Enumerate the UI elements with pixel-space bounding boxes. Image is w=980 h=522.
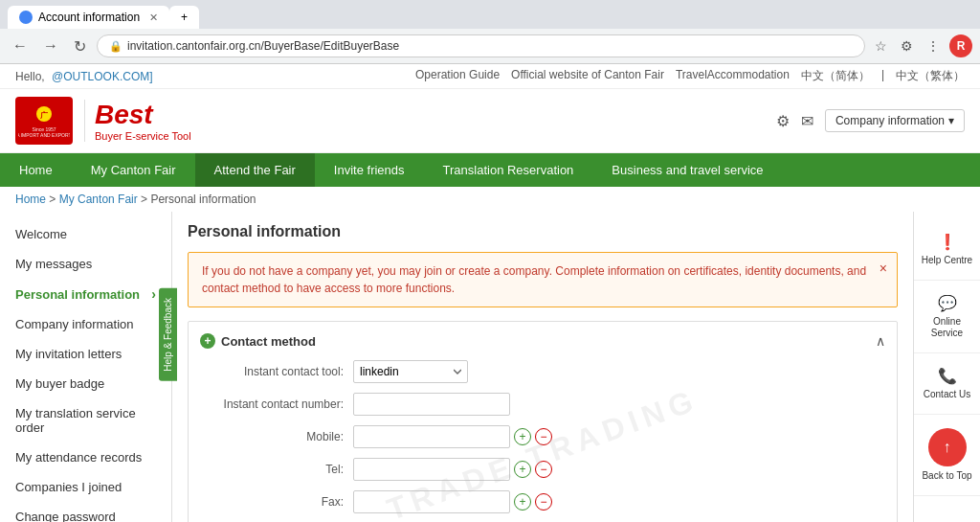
sidebar-item-company-info[interactable]: Company information <box>0 309 171 339</box>
top-info-bar: Hello, @OUTLOOK.COM] Operation Guide Off… <box>0 64 980 89</box>
travel-link[interactable]: TravelAccommodation <box>676 68 790 84</box>
lock-icon: 🔒 <box>109 40 122 53</box>
site-header: 广 CHINA IMPORT AND EXPORT FAIR Since 195… <box>0 89 980 153</box>
fax-input[interactable] <box>353 490 510 513</box>
nav-my-canton-fair[interactable]: My Canton Fair <box>72 153 195 187</box>
sidebar-label-buyer-badge: My buyer badge <box>15 376 104 391</box>
sidebar-item-welcome[interactable]: Welcome <box>0 219 171 249</box>
tab-title: Account information <box>38 11 140 24</box>
tel-remove-button[interactable]: − <box>535 461 552 478</box>
sidebar-item-attendance[interactable]: My attendance records <box>0 443 171 472</box>
tab-bar: Account information ✕ + <box>8 6 972 29</box>
contact-number-input[interactable] <box>353 393 510 416</box>
section-add-icon[interactable]: + <box>200 333 215 349</box>
sidebar-item-personal-info[interactable]: Personal information › <box>0 279 171 309</box>
sidebar-item-change-password[interactable]: Change password <box>0 502 171 522</box>
fax-remove-button[interactable]: − <box>535 493 552 511</box>
online-service-label: Online Service <box>920 316 974 339</box>
sidebar-label-welcome: Welcome <box>15 227 67 241</box>
section-toggle-icon[interactable]: ∧ <box>876 333 885 349</box>
company-info-button[interactable]: Company information ▾ <box>825 109 965 132</box>
help-feedback-tab[interactable]: Help & Feedback <box>159 288 177 381</box>
online-service-icon: 💬 <box>938 294 957 312</box>
contact-number-field <box>353 393 510 416</box>
company-info-label: Company information <box>835 114 945 127</box>
contact-number-row: Instant contact number: <box>200 393 885 416</box>
svg-text:CHINA IMPORT AND EXPORT FAIR: CHINA IMPORT AND EXPORT FAIR <box>18 132 70 138</box>
back-button[interactable]: ← <box>8 35 33 57</box>
url-bar[interactable]: 🔒 invitation.cantonfair.org.cn/BuyerBase… <box>97 34 865 57</box>
section-title-text: Contact method <box>221 334 316 349</box>
tel-add-button[interactable]: + <box>514 461 531 478</box>
top-links: Operation Guide Official website of Cant… <box>415 68 965 84</box>
sidebar-label-messages: My messages <box>15 257 92 271</box>
profile-avatar[interactable]: R <box>949 34 972 57</box>
forward-button[interactable]: → <box>38 35 63 57</box>
tel-input[interactable] <box>353 458 510 481</box>
section-header[interactable]: + Contact method ∧ <box>200 333 885 349</box>
header-actions: ⚙ ✉ Company information ▾ <box>776 109 965 132</box>
right-panel: ❗ Help Centre 💬 Online Service 📞 Contact… <box>913 212 980 522</box>
contact-label: Contact Us <box>924 389 970 400</box>
mobile-input[interactable] <box>353 425 510 448</box>
bookmark-icon[interactable]: ☆ <box>871 36 891 56</box>
breadcrumb: Home > My Canton Fair > Personal informa… <box>0 187 980 212</box>
breadcrumb-canton[interactable]: My Canton Fair <box>59 193 138 206</box>
help-feedback-label: Help & Feedback <box>163 298 173 372</box>
best-logo-subtitle: Buyer E-service Tool <box>95 130 191 142</box>
nav-attend-fair[interactable]: Attend the Fair <box>195 153 315 187</box>
main-layout: Welcome My messages Personal information… <box>0 212 980 522</box>
help-label: Help Centre <box>922 255 972 266</box>
nav-translation[interactable]: Translation Reservation <box>424 153 593 187</box>
back-top-icon: ↑ <box>928 428 967 466</box>
user-email: @OUTLOOK.COM] <box>52 70 153 83</box>
url-text: invitation.cantonfair.org.cn/BuyerBase/E… <box>127 39 399 53</box>
page-title: Personal information <box>188 223 898 240</box>
back-top-label: Back to Top <box>922 470 971 482</box>
fax-add-button[interactable]: + <box>514 493 531 511</box>
sidebar-label-attendance: My attendance records <box>15 450 142 465</box>
lang-simplified[interactable]: 中文（简体） <box>801 68 870 84</box>
official-website-link[interactable]: Official website of Canton Fair <box>511 68 664 84</box>
main-nav: Home My Canton Fair Attend the Fair Invi… <box>0 153 980 187</box>
mobile-remove-button[interactable]: − <box>535 428 552 445</box>
contact-tool-field: linkedin Skype WhatsApp WeChat QQ <box>353 360 468 383</box>
sidebar-label-companies-joined: Companies I joined <box>15 480 122 494</box>
breadcrumb-home[interactable]: Home <box>15 193 46 206</box>
fax-row: Fax: + − <box>200 490 885 513</box>
nav-invite-friends[interactable]: Invite friends <box>315 153 424 187</box>
contact-method-section: + Contact method ∧ Instant contact tool:… <box>188 321 898 522</box>
mobile-add-button[interactable]: + <box>514 428 531 445</box>
browser-toolbar: ← → ↻ 🔒 invitation.cantonfair.org.cn/Buy… <box>0 29 980 64</box>
settings-icon[interactable]: ⚙ <box>776 112 790 130</box>
right-panel-contact[interactable]: 📞 Contact Us <box>914 353 980 415</box>
contact-tool-row: Instant contact tool: linkedin Skype Wha… <box>200 360 885 383</box>
nav-home[interactable]: Home <box>0 153 72 187</box>
sidebar-item-translation-order[interactable]: My translation service order <box>0 398 171 443</box>
contact-tool-label: Instant contact tool: <box>200 365 353 378</box>
lang-traditional[interactable]: 中文（繁体） <box>896 68 965 84</box>
tab-close-button[interactable]: ✕ <box>149 11 158 24</box>
nav-business-travel[interactable]: Business and travel service <box>592 153 782 187</box>
menu-icon[interactable]: ⋮ <box>923 36 944 56</box>
reload-button[interactable]: ↻ <box>69 35 91 57</box>
new-tab-button[interactable]: + <box>169 6 199 29</box>
right-panel-back-top[interactable]: ↑ Back to Top <box>914 415 980 496</box>
sidebar-item-companies-joined[interactable]: Companies I joined <box>0 472 171 502</box>
contact-tool-select[interactable]: linkedin Skype WhatsApp WeChat QQ <box>353 360 468 383</box>
sidebar-label-change-password: Change password <box>15 510 116 522</box>
canton-fair-logo: 广 CHINA IMPORT AND EXPORT FAIR Since 195… <box>15 97 73 145</box>
browser-actions: ☆ ⚙ ⋮ R <box>871 34 972 57</box>
right-panel-online-service[interactable]: 💬 Online Service <box>914 281 980 353</box>
operation-guide-link[interactable]: Operation Guide <box>415 68 500 84</box>
extensions-icon[interactable]: ⚙ <box>897 36 917 56</box>
alert-close-button[interactable]: × <box>880 261 887 276</box>
active-tab[interactable]: Account information ✕ <box>8 6 169 29</box>
greeting-area: Hello, @OUTLOOK.COM] <box>15 70 153 83</box>
sidebar-item-invitation-letters[interactable]: My invitation letters <box>0 339 171 369</box>
messages-icon[interactable]: ✉ <box>801 112 813 130</box>
content-area: TRADE TRADING Personal information If yo… <box>172 212 913 522</box>
sidebar-item-buyer-badge[interactable]: My buyer badge <box>0 369 171 398</box>
sidebar-item-messages[interactable]: My messages <box>0 249 171 279</box>
right-panel-help[interactable]: ❗ Help Centre <box>914 219 980 281</box>
